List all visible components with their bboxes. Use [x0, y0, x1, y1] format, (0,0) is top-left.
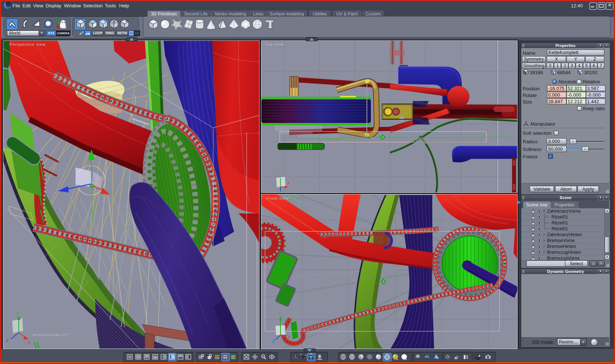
svg-text:Z: Z: [6, 338, 9, 343]
svg-text:Z: Z: [272, 339, 275, 343]
svg-text:Y: Y: [279, 312, 281, 316]
svg-text:Y: Y: [279, 174, 281, 178]
svg-text:X: X: [28, 340, 31, 345]
svg-text:X: X: [287, 181, 290, 185]
svg-text:X: X: [288, 335, 290, 339]
svg-text:Y: Y: [17, 311, 19, 316]
